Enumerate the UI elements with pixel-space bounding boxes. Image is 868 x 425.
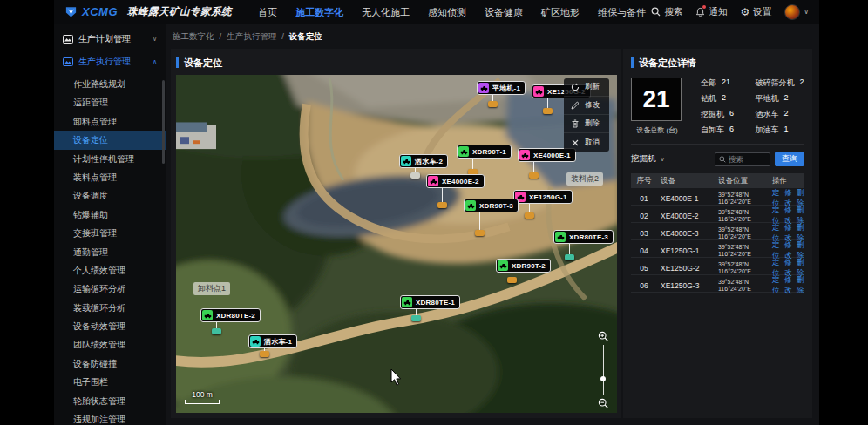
- sidebar-item[interactable]: 个人绩效管理: [54, 261, 166, 280]
- sidebar-item[interactable]: 设备防碰撞: [54, 354, 166, 373]
- equipment-marker[interactable]: XDR80TE-1: [400, 295, 460, 321]
- total-count-label: 设备总数 (台): [631, 125, 683, 135]
- nav-item[interactable]: 无人化施工: [362, 0, 410, 24]
- marker-label-box[interactable]: XDR90T-1: [457, 145, 512, 159]
- sidebar-item[interactable]: 交接班管理: [54, 224, 166, 242]
- nav-item[interactable]: 维保与备件: [598, 0, 646, 24]
- latitude: 39°52'48"N: [718, 279, 769, 286]
- sidebar-item[interactable]: 轮胎状态管理: [54, 392, 166, 410]
- equipment-marker[interactable]: XDR90T-3: [464, 199, 519, 236]
- sidebar-group-production-plan[interactable]: 生产计划管理 ∨: [54, 30, 166, 49]
- nav-item[interactable]: 感知侦测: [428, 0, 466, 24]
- sidebar-menu: 作业路线规划 运距管理 卸料点管理 设备定位 计划性停机管理 装料点管理 设备调…: [54, 75, 166, 425]
- sidebar-item[interactable]: 团队绩效管理: [54, 335, 166, 354]
- equipment-marker[interactable]: XE4000E-1: [518, 148, 576, 179]
- marker-label-box[interactable]: XDR80TE-2: [200, 308, 261, 322]
- stat-label: 破碎筛分机: [756, 78, 795, 89]
- longitude: 116°24'20"E: [718, 216, 769, 223]
- locate-link[interactable]: 定位: [772, 275, 780, 296]
- equipment-marker[interactable]: XDR80TE-3: [553, 230, 614, 260]
- table-row: 05 XE1250G-2 39°52'48"N 116°24'20"E 定位 修…: [631, 258, 804, 275]
- breadcrumb-separator: /: [281, 31, 284, 43]
- cancel-button[interactable]: 取消: [564, 133, 609, 152]
- edit-button[interactable]: 修改: [564, 97, 609, 115]
- marker-label-box[interactable]: XDR80TE-3: [553, 230, 614, 244]
- settings-button[interactable]: ⚙ 设置: [740, 6, 771, 18]
- sidebar-item[interactable]: 卸料点管理: [54, 112, 166, 131]
- nav-item[interactable]: 矿区地形: [541, 0, 580, 24]
- table-body: 01 XE4000E-1 39°52'48"N 116°24'20"E 定位 修…: [631, 188, 804, 293]
- user-menu[interactable]: ∨: [784, 4, 809, 20]
- nav-item[interactable]: 施工数字化: [295, 0, 343, 24]
- marker-label-box[interactable]: XE1250G-1: [513, 190, 573, 204]
- sidebar-item[interactable]: 设备动效管理: [54, 317, 166, 335]
- vehicle-on-map: [543, 108, 553, 114]
- delete-link[interactable]: 删除: [797, 275, 804, 296]
- table-search[interactable]: [715, 152, 770, 166]
- sidebar-item[interactable]: 作业路线规划: [54, 75, 166, 93]
- sidebar-item[interactable]: 钻爆辅助: [54, 206, 166, 224]
- equipment-marker[interactable]: XDR90T-2: [496, 259, 551, 283]
- stat-label: 平地机: [756, 93, 779, 105]
- search-icon: [719, 156, 726, 163]
- zoom-out-icon[interactable]: [598, 398, 609, 409]
- equipment-marker[interactable]: 平地机-1: [477, 81, 526, 107]
- sidebar-item[interactable]: 计划性停机管理: [54, 150, 166, 168]
- tool-label: 修改: [585, 100, 600, 111]
- equipment-marker[interactable]: XDR80TE-2: [200, 308, 261, 334]
- nav-item[interactable]: 首页: [258, 0, 277, 24]
- sidebar-item[interactable]: 设备定位: [54, 131, 166, 149]
- marker-label-box[interactable]: 洒水车-1: [248, 334, 297, 348]
- nav-item[interactable]: 设备健康: [485, 0, 523, 24]
- sidebar-scrollbar[interactable]: [162, 80, 165, 164]
- marker-label-box[interactable]: XDR90T-2: [496, 259, 551, 273]
- zoom-slider[interactable]: [603, 345, 604, 395]
- edit-link[interactable]: 修改: [784, 275, 792, 296]
- sidebar-item[interactable]: 通勤管理: [54, 243, 166, 261]
- vehicle-glyph: [557, 234, 565, 240]
- query-button[interactable]: 查询: [775, 152, 804, 166]
- equipment-marker[interactable]: XDR90T-1: [457, 145, 512, 175]
- breadcrumb-item[interactable]: 生产执行管理: [227, 31, 276, 43]
- avatar[interactable]: [784, 4, 800, 20]
- search-input[interactable]: [729, 155, 766, 164]
- sidebar-item[interactable]: 装料点管理: [54, 168, 166, 186]
- stat-item: 挖掘机 6: [701, 109, 750, 120]
- marker-label-box[interactable]: XDR80TE-1: [400, 295, 460, 309]
- notifications-button[interactable]: 通知: [695, 6, 727, 18]
- sidebar-item[interactable]: 运输循环分析: [54, 280, 166, 298]
- marker-label-box[interactable]: 平地机-1: [477, 81, 526, 95]
- stat-value: 1: [784, 125, 789, 136]
- sidebar-item[interactable]: 装载循环分析: [54, 299, 166, 317]
- settings-label: 设置: [753, 6, 771, 18]
- sidebar-group-production-exec[interactable]: 生产执行管理 ∧: [54, 52, 166, 71]
- marker-label: XE4000E-2: [441, 178, 483, 186]
- sidebar-item[interactable]: 设备调度: [54, 186, 166, 205]
- breadcrumb-item[interactable]: 施工数字化: [173, 31, 214, 43]
- marker-label-box[interactable]: 洒水车-2: [399, 154, 448, 168]
- stat-item: 全部 21: [701, 78, 750, 89]
- equipment-marker[interactable]: 洒水车-1: [248, 334, 297, 357]
- vehicle-type-icon: [428, 176, 438, 186]
- refresh-button[interactable]: 刷新: [564, 78, 609, 97]
- vehicle-on-map: [525, 212, 534, 219]
- zoom-in-icon[interactable]: [598, 331, 609, 342]
- map-canvas[interactable]: 装料点2 卸料点1: [176, 75, 617, 413]
- search-button[interactable]: 搜索: [651, 6, 682, 18]
- vehicle-on-map: [507, 277, 517, 283]
- marker-label-box[interactable]: XDR90T-3: [464, 199, 519, 212]
- vehicle-on-map: [410, 172, 420, 179]
- equipment-type-select[interactable]: 挖掘机 ∨: [631, 153, 665, 165]
- marker-label-box[interactable]: XE4000E-2: [426, 174, 485, 188]
- scale-bar: [185, 400, 220, 404]
- sidebar-item[interactable]: 电子围栏: [54, 373, 166, 391]
- delete-button[interactable]: 删除: [564, 115, 609, 133]
- zoom-slider-knob[interactable]: [600, 376, 606, 381]
- latitude: 39°52'48"N: [718, 226, 769, 233]
- zone-label: 卸料点1: [193, 282, 230, 295]
- equipment-marker[interactable]: XE1250G-1: [513, 190, 573, 219]
- notice-label: 通知: [709, 6, 727, 18]
- sidebar-item[interactable]: 运距管理: [54, 93, 166, 111]
- main-nav: 首页 施工数字化 无人化施工 感知侦测 设备健康 矿区地形 维保与备件: [258, 0, 646, 24]
- sidebar-item[interactable]: 违规加注管理: [54, 410, 166, 425]
